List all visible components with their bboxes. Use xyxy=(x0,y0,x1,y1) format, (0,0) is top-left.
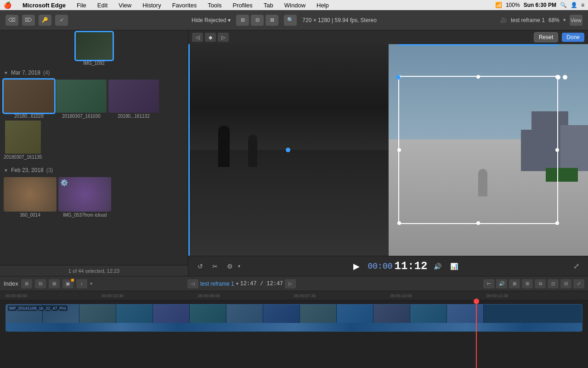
reframe-top-right-dot[interactable] xyxy=(556,75,560,80)
tl-view-4[interactable]: ▣ xyxy=(62,279,74,288)
timeline-section: Index ⊞ ⊟ ⊠ ▣ ↕ ▾ ◁ test reframe 1 ▾ 12:… xyxy=(0,276,588,368)
keyframe-btn[interactable]: ◆ xyxy=(205,33,216,42)
date-label-mar: Mar 7, 2018 xyxy=(11,69,40,76)
tl-right-6[interactable]: ⊡ xyxy=(548,279,559,288)
next-frame-btn[interactable]: ▷ xyxy=(218,33,229,42)
playhead-handle[interactable] xyxy=(474,299,479,304)
view-btn[interactable]: View xyxy=(570,15,582,26)
thumb-image[interactable] xyxy=(5,121,41,154)
reframe-top-right-dot2[interactable] xyxy=(563,75,567,80)
menu-history[interactable]: History xyxy=(141,2,163,9)
app-name[interactable]: Microsoft Edge xyxy=(21,2,68,9)
date-label-feb: Feb 23, 2018 xyxy=(11,167,44,173)
timeline-tracks[interactable]: WP_20141108_16_22_47_Pro xyxy=(0,300,588,368)
list-item[interactable]: 360_0014 xyxy=(4,177,57,218)
play-button[interactable]: ▶ xyxy=(349,259,364,274)
view-list-btn[interactable]: ⊞ xyxy=(236,15,249,26)
person-silhouette-2 xyxy=(248,135,257,167)
tl-right-1[interactable]: ⊢ xyxy=(483,279,494,288)
date-section-mar2018: ▼ Mar 7, 2018 (4) 20180...61028 20180307… xyxy=(4,68,184,161)
playback-center: ▶ 00:00 11:12 🔊 📊 xyxy=(244,259,566,274)
forward-button[interactable]: ⌦ xyxy=(22,15,35,26)
tl-sort[interactable]: ↕ xyxy=(76,279,87,288)
video-track[interactable]: WP_20141108_16_22_47_Pro xyxy=(6,304,582,332)
thumb-image-360[interactable] xyxy=(4,177,57,212)
hide-rejected-control[interactable]: Hide Rejected ▾ xyxy=(192,17,231,23)
menu-profiles[interactable]: Profiles xyxy=(231,2,254,9)
tl-view-3[interactable]: ⊠ xyxy=(49,279,60,288)
tl-view-1[interactable]: ⊞ xyxy=(21,279,32,288)
building-2 xyxy=(560,125,588,171)
top-thumb-item[interactable]: IMG_1092 xyxy=(4,32,184,66)
done-button[interactable]: Done xyxy=(562,33,584,42)
playback-left: ↺ ✂ ⚙ ▾ xyxy=(194,261,240,272)
menu-edit[interactable]: Edit xyxy=(96,2,109,9)
levels-btn[interactable]: 📊 xyxy=(448,261,461,272)
tl-right-3[interactable]: ⊠ xyxy=(509,279,520,288)
menu-file[interactable]: File xyxy=(75,2,88,9)
fullscreen-expand[interactable]: ⤢ xyxy=(570,261,582,272)
list-item[interactable]: 20180...61028 xyxy=(4,80,54,119)
clip-btn[interactable]: ✂ xyxy=(209,261,221,272)
search-toolbar-btn[interactable]: 🔍 xyxy=(284,15,297,26)
reframe-center-dot[interactable] xyxy=(286,148,290,152)
view-grid-btn[interactable]: ⊟ xyxy=(251,15,264,26)
sort-chevron[interactable]: ▾ xyxy=(90,281,92,286)
menu-extra-icon[interactable]: ≡ xyxy=(581,2,584,8)
tl-fullscreen[interactable]: ⤢ xyxy=(573,279,584,288)
zoom-chevron[interactable]: ▾ xyxy=(563,17,566,23)
play-icon: ▶ xyxy=(353,261,360,271)
search-icon[interactable]: 🔍 xyxy=(560,2,567,8)
menu-tools[interactable]: Tools xyxy=(206,2,223,9)
thumb-image[interactable] xyxy=(56,80,107,113)
timeline-playhead[interactable] xyxy=(476,300,477,368)
prev-project-btn[interactable]: ◁ xyxy=(187,279,198,288)
top-thumb-image[interactable] xyxy=(76,32,113,60)
list-item[interactable]: 20180307_161135 xyxy=(4,121,42,160)
prev-frame-btn[interactable]: ◁ xyxy=(192,33,203,42)
user-icon[interactable]: 👤 xyxy=(571,2,577,8)
view-filmstrip-btn[interactable]: ⊠ xyxy=(266,15,278,26)
tl-right-7[interactable]: ⊟ xyxy=(560,279,571,288)
settings-chevron[interactable]: ▾ xyxy=(238,264,240,269)
index-label[interactable]: Index xyxy=(4,280,18,287)
library-panel: IMG_1092 ▼ Mar 7, 2018 (4) 20180...61028 xyxy=(0,30,188,276)
wifi-icon: 📶 xyxy=(495,2,502,8)
tl-right-4[interactable]: ⊞ xyxy=(522,279,533,288)
settings-btn[interactable]: ⚙ xyxy=(223,261,236,272)
tl-right-2[interactable]: 🔊 xyxy=(496,279,507,288)
list-item[interactable]: ⚙️ IMG_0537from icloud xyxy=(58,177,111,218)
volume-btn[interactable]: 🔊 xyxy=(431,261,444,272)
loop-btn[interactable]: ↺ xyxy=(194,261,207,272)
key-button[interactable]: 🔑 xyxy=(39,15,51,26)
project-dropdown-chevron[interactable]: ▾ xyxy=(236,281,238,286)
thumb-image[interactable] xyxy=(108,80,159,113)
timecode-display: 00:00 11:12 xyxy=(368,260,427,272)
tl-right-5[interactable]: ⧉ xyxy=(535,279,546,288)
reframe-top-left-dot[interactable] xyxy=(396,75,401,80)
thumb-image-icloud[interactable]: ⚙️ xyxy=(58,177,111,212)
menu-view[interactable]: View xyxy=(117,2,133,9)
list-item[interactable]: 20180...161132 xyxy=(108,80,159,119)
reset-button[interactable]: Reset xyxy=(534,32,558,42)
menu-tab[interactable]: Tab xyxy=(262,2,275,9)
list-item[interactable]: 20180307_161030 xyxy=(56,80,107,119)
apple-menu[interactable]: 🍎 xyxy=(4,1,11,9)
playback-right: ⤢ xyxy=(570,261,582,272)
next-project-btn[interactable]: ▷ xyxy=(285,279,296,288)
menu-window[interactable]: Window xyxy=(283,2,307,9)
check-button[interactable]: ✓ xyxy=(55,15,68,26)
menu-help[interactable]: Help xyxy=(315,2,331,9)
preview-panel: ◁ ◆ ▷ Reset Done xyxy=(188,30,588,276)
track-label: WP_20141108_16_22_47_Pro xyxy=(8,305,68,311)
thumb-image[interactable] xyxy=(4,80,54,113)
audio-waveform-visual xyxy=(6,323,582,331)
menu-favorites[interactable]: Favorites xyxy=(170,2,198,9)
date-header-feb2018[interactable]: ▼ Feb 23, 2018 (3) xyxy=(4,165,184,175)
tl-view-2[interactable]: ⊟ xyxy=(35,279,46,288)
top-thumbnail-area: IMG_1092 xyxy=(0,30,188,66)
date-header-mar2018[interactable]: ▼ Mar 7, 2018 (4) xyxy=(4,68,184,78)
back-button[interactable]: ⌫ xyxy=(6,15,18,26)
thumb-label: 20180307_161135 xyxy=(4,155,42,160)
library-scroll[interactable]: ▼ Mar 7, 2018 (4) 20180...61028 20180307… xyxy=(0,66,188,265)
